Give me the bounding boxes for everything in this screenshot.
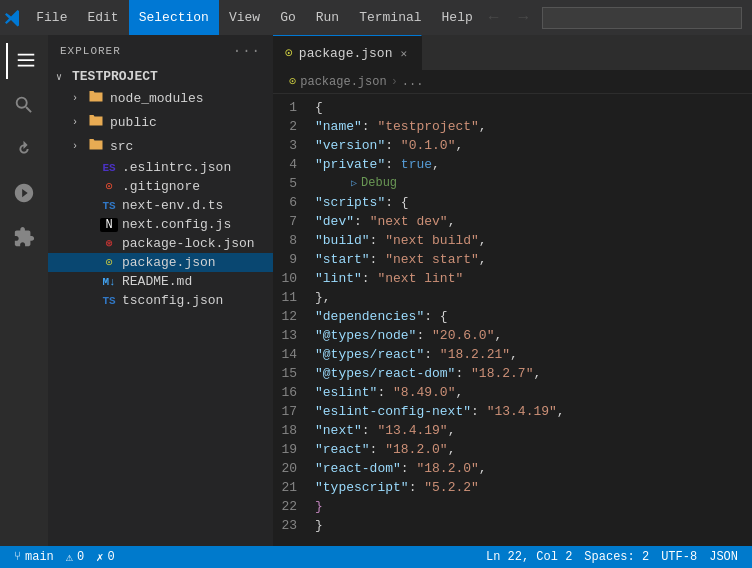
git-branch-icon: ⑂ bbox=[14, 550, 21, 564]
explorer-icon[interactable] bbox=[6, 43, 42, 79]
tab-file-icon: ⊙ bbox=[285, 45, 293, 61]
code-line: "@types/node": "20.6.0", bbox=[315, 326, 752, 345]
nav-back-button[interactable]: ← bbox=[483, 7, 505, 29]
tree-item-eslint[interactable]: › ES .eslintrc.json bbox=[48, 158, 273, 177]
breadcrumb-sep: › bbox=[391, 75, 398, 89]
status-cursor[interactable]: Ln 22, Col 2 bbox=[480, 550, 578, 564]
tab-label: package.json bbox=[299, 46, 393, 61]
tree-item-src[interactable]: › src bbox=[48, 134, 273, 158]
editor-area: ⊙ package.json ✕ ⊙ package.json › ... 12… bbox=[273, 35, 752, 546]
menu-bar: File Edit Selection View Go Run Terminal… bbox=[26, 0, 483, 35]
title-bar: File Edit Selection View Go Run Terminal… bbox=[0, 0, 752, 35]
code-line: { bbox=[315, 98, 752, 117]
sidebar: EXPLORER ··· ∨ TESTPROJECT › node_module… bbox=[48, 35, 273, 546]
code-line: } bbox=[315, 497, 752, 516]
main-area: EXPLORER ··· ∨ TESTPROJECT › node_module… bbox=[0, 35, 752, 546]
code-line: "typescript": "5.2.2" bbox=[315, 478, 752, 497]
menu-edit[interactable]: Edit bbox=[77, 0, 128, 35]
code-line: "dev": "next dev", bbox=[315, 212, 752, 231]
menu-run[interactable]: Run bbox=[306, 0, 349, 35]
tree-item-next-env[interactable]: › TS next-env.d.ts bbox=[48, 196, 273, 215]
status-language[interactable]: JSON bbox=[703, 550, 744, 564]
status-encoding[interactable]: UTF-8 bbox=[655, 550, 703, 564]
code-line: "eslint-config-next": "13.4.19", bbox=[315, 402, 752, 421]
sidebar-title: EXPLORER bbox=[60, 45, 121, 57]
code-line: "next": "13.4.19", bbox=[315, 421, 752, 440]
breadcrumb-path: ... bbox=[402, 75, 424, 89]
tab-package-json[interactable]: ⊙ package.json ✕ bbox=[273, 35, 422, 70]
code-line: "build": "next build", bbox=[315, 231, 752, 250]
status-warnings[interactable]: ✗ 0 bbox=[90, 550, 120, 565]
menu-terminal[interactable]: Terminal bbox=[349, 0, 431, 35]
code-line: "@types/react": "18.2.21", bbox=[315, 345, 752, 364]
menu-selection[interactable]: Selection bbox=[129, 0, 219, 35]
breadcrumb: ⊙ package.json › ... bbox=[273, 70, 752, 94]
status-branch[interactable]: ⑂ main bbox=[8, 550, 60, 564]
code-line: "lint": "next lint" bbox=[315, 269, 752, 288]
warning-icon: ✗ bbox=[96, 550, 103, 565]
title-bar-nav: ← → bbox=[483, 7, 752, 29]
tree-item-readme[interactable]: › M↓ README.md bbox=[48, 272, 273, 291]
code-line: "private": true, ▷Debug bbox=[315, 155, 752, 193]
code-line: "react": "18.2.0", bbox=[315, 440, 752, 459]
code-line: "@types/react-dom": "18.2.7", bbox=[315, 364, 752, 383]
sidebar-more-button[interactable]: ··· bbox=[233, 43, 261, 59]
search-activity-icon[interactable] bbox=[6, 87, 42, 123]
code-content[interactable]: { "name": "testproject", "version": "0.1… bbox=[311, 94, 752, 546]
vscode-logo bbox=[0, 8, 26, 28]
tab-bar: ⊙ package.json ✕ bbox=[273, 35, 752, 70]
code-line: "version": "0.1.0", bbox=[315, 136, 752, 155]
code-line: "name": "testproject", bbox=[315, 117, 752, 136]
code-line: "eslint": "8.49.0", bbox=[315, 383, 752, 402]
tree-item-tsconfig[interactable]: › TS tsconfig.json bbox=[48, 291, 273, 310]
menu-go[interactable]: Go bbox=[270, 0, 306, 35]
line-numbers: 12345 678910 1112131415 1617181920 21222… bbox=[273, 94, 311, 546]
tree-item-package-json[interactable]: › ⊙ package.json bbox=[48, 253, 273, 272]
sidebar-header: EXPLORER ··· bbox=[48, 35, 273, 67]
code-line bbox=[315, 535, 752, 546]
tree-item-next-config[interactable]: › N next.config.js bbox=[48, 215, 273, 234]
tab-close-button[interactable]: ✕ bbox=[398, 45, 409, 62]
code-line: "start": "next start", bbox=[315, 250, 752, 269]
error-icon: ⚠ bbox=[66, 550, 73, 565]
tree-item-gitignore[interactable]: › ⊙ .gitignore bbox=[48, 177, 273, 196]
extensions-activity-icon[interactable] bbox=[6, 219, 42, 255]
tree-item-public[interactable]: › public bbox=[48, 110, 273, 134]
code-line: "scripts": { bbox=[315, 193, 752, 212]
status-bar: ⑂ main ⚠ 0 ✗ 0 Ln 22, Col 2 Spaces: 2 UT… bbox=[0, 546, 752, 568]
menu-view[interactable]: View bbox=[219, 0, 270, 35]
menu-help[interactable]: Help bbox=[432, 0, 483, 35]
source-control-activity-icon[interactable] bbox=[6, 131, 42, 167]
status-branch-label: main bbox=[25, 550, 54, 564]
tree-item-package-lock[interactable]: › ⊛ package-lock.json bbox=[48, 234, 273, 253]
nav-forward-button[interactable]: → bbox=[512, 7, 534, 29]
status-warning-count: 0 bbox=[107, 550, 114, 564]
status-spaces[interactable]: Spaces: 2 bbox=[578, 550, 655, 564]
code-line: } bbox=[315, 516, 752, 535]
code-line: "dependencies": { bbox=[315, 307, 752, 326]
status-right: Ln 22, Col 2 Spaces: 2 UTF-8 JSON bbox=[480, 550, 744, 564]
command-search-input[interactable] bbox=[542, 7, 742, 29]
debug-activity-icon[interactable] bbox=[6, 175, 42, 211]
breadcrumb-icon: ⊙ bbox=[289, 74, 296, 89]
tree-root[interactable]: ∨ TESTPROJECT bbox=[48, 67, 273, 86]
breadcrumb-filename: package.json bbox=[300, 75, 386, 89]
code-editor[interactable]: 12345 678910 1112131415 1617181920 21222… bbox=[273, 94, 752, 546]
status-errors[interactable]: ⚠ 0 bbox=[60, 550, 90, 565]
tree-item-node-modules[interactable]: › node_modules bbox=[48, 86, 273, 110]
file-tree: ∨ TESTPROJECT › node_modules › public bbox=[48, 67, 273, 546]
status-error-count: 0 bbox=[77, 550, 84, 564]
code-line: }, bbox=[315, 288, 752, 307]
menu-file[interactable]: File bbox=[26, 0, 77, 35]
code-line: "react-dom": "18.2.0", bbox=[315, 459, 752, 478]
activity-bar bbox=[0, 35, 48, 546]
